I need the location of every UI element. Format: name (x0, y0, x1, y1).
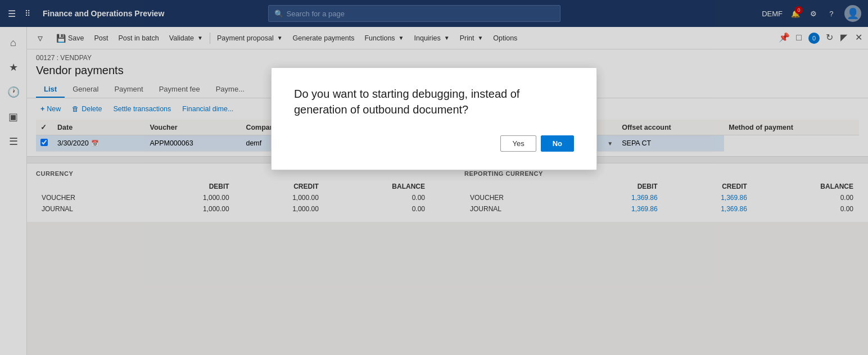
no-button[interactable]: No (541, 135, 574, 152)
modal-overlay: Do you want to starting debugging, inste… (0, 0, 868, 222)
modal-actions: Yes No (294, 135, 574, 152)
modal-dialog: Do you want to starting debugging, inste… (271, 67, 597, 170)
yes-button[interactable]: Yes (500, 135, 536, 152)
modal-question: Do you want to starting debugging, inste… (294, 86, 574, 117)
